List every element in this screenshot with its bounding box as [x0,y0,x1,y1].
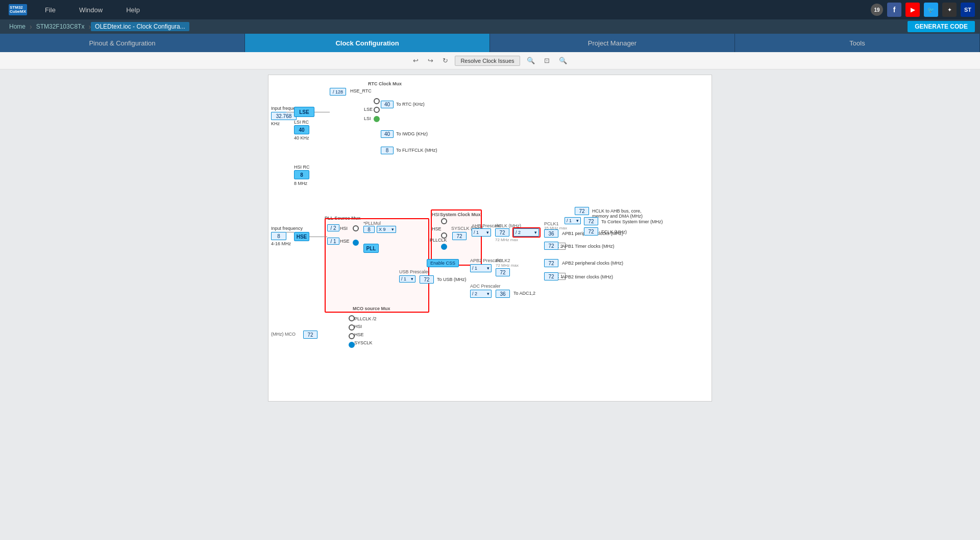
zoom-out-icon[interactable]: 🔍 [556,55,570,66]
usb-value[interactable]: 72 [420,275,434,284]
generate-code-button[interactable]: GENERATE CODE [908,21,975,32]
pll-hse-div1[interactable]: / 1 [327,238,339,245]
diagram-toolbar: ↩ ↪ ↻ Resolve Clock Issues 🔍 ⊡ 🔍 [0,52,980,69]
sys-radio-pll[interactable] [441,244,447,250]
top-bar: STM32CubeMX File Window Help 19 f ▶ 🐦 ✦ … [0,0,980,19]
apb1-timer-value[interactable]: 72 [544,242,558,250]
sysclk-value[interactable]: 72 [452,232,467,240]
redo-icon[interactable]: ↪ [425,55,436,66]
apb2-prescaler-select[interactable]: / 1▾ [470,264,492,272]
st-logo-icon[interactable]: ST [961,3,975,17]
rtc-clock-mux-label: RTC Clock Mux [368,81,402,86]
notification-icon[interactable]: 19 [871,4,883,16]
apb2-periph-label: APB2 peripheral clocks (MHz) [562,261,623,266]
hclk-ahb-value[interactable]: 72 [575,207,589,215]
mco-radio-sysclk[interactable] [349,342,355,348]
facebook-icon[interactable]: f [887,3,901,17]
to-flitf-label: To FLITFCLK (MHz) [396,148,437,153]
apb1-prescaler-select[interactable]: / 2▾ [513,228,539,237]
undo-icon[interactable]: ↩ [410,55,421,66]
to-rtc-label: To RTC (KHz) [396,102,425,107]
pclk2-label: PCLK2 [496,258,510,263]
cortex-timer-value[interactable]: 72 [584,217,598,225]
lsi-rc-label: LSI RC [294,120,309,125]
hclk-ahb-label: HCLK to AHB bus, core, memory and DMA (M… [592,208,643,219]
rtc-radio-hse[interactable] [374,98,380,104]
to-usb-label: To USB (MHz) [437,277,467,282]
tab-project-manager[interactable]: Project Manager [490,34,735,52]
breadcrumb-home[interactable]: Home [5,23,30,30]
youtube-icon[interactable]: ▶ [905,3,920,17]
pclk1-value[interactable]: 36 [544,229,558,238]
menu-help[interactable]: Help [122,4,144,16]
sys-radio-hsi[interactable] [441,218,447,224]
pll-mul-value[interactable]: 8 [363,226,375,233]
hse-freq-value[interactable]: 8 [271,232,286,240]
tab-bar: Pinout & Configuration Clock Configurati… [0,34,980,52]
cortex-timer-label: To Cortex System timer (MHz) [601,219,663,224]
lsi-block[interactable]: 40 [294,125,309,134]
mco-radio-hsi[interactable] [349,324,355,331]
tab-pinout[interactable]: Pinout & Configuration [0,34,245,52]
network-icon[interactable]: ✦ [942,3,957,17]
apb1-timer-label: APB1 Timer clocks (MHz) [562,244,615,249]
rtc-out-value[interactable]: 40 [381,101,394,108]
ahb-prescaler-select[interactable]: / 1▾ [472,228,491,237]
refresh-icon[interactable]: ↻ [440,55,451,66]
mco-sysclk-label: SYSCLK [354,340,373,345]
mco-radio-hse[interactable] [349,333,355,339]
hclk-max-label: 72 MHz max [495,238,518,242]
diagram-container[interactable]: RTC Clock Mux PLL Source Mux System Cloc… [0,69,980,540]
breadcrumb-device[interactable]: STM32F103C8Tx [32,23,89,30]
zoom-in-icon[interactable]: 🔍 [524,55,537,66]
pll-block[interactable]: PLL [363,244,379,253]
breadcrumb-file[interactable]: OLEDtext.ioc - Clock Configura... [91,22,189,31]
adc-prescaler-select[interactable]: / 2▾ [470,290,492,298]
tab-tools[interactable]: Tools [735,34,980,52]
breadcrumb-bar: Home › STM32F103C8Tx › OLEDtext.ioc - Cl… [0,19,980,34]
apb2-periph-value[interactable]: 72 [544,259,558,267]
mco-pllclk-label: PLLCLK /2 [354,316,377,321]
hsi-rc-label: HSI RC [294,165,310,170]
lse-freq-value[interactable]: 32.768 [271,112,297,120]
adc-value[interactable]: 36 [496,290,510,298]
cortex-div-select[interactable]: / 1▾ [565,217,581,224]
resolve-clock-issues-button[interactable]: Resolve Clock Issues [455,56,520,66]
twitter-icon[interactable]: 🐦 [924,3,938,17]
pll-radio-hsi[interactable] [353,225,359,231]
hse-block[interactable]: HSE [294,232,309,241]
tab-clock[interactable]: Clock Configuration [245,34,490,52]
to-adc-label: To ADC1,2 [513,291,535,296]
pll-radio-hse[interactable] [353,240,359,246]
fit-screen-icon[interactable]: ⊡ [542,55,552,66]
hse-range-label: 4-16 MHz [271,241,291,246]
mco-radio-pllclk[interactable] [349,315,355,321]
apb2-timer-value[interactable]: 72 [544,272,558,280]
rtc-radio-lsi[interactable] [374,116,380,122]
top-icons: 19 f ▶ 🐦 ✦ ST [871,3,975,17]
iwdg-value[interactable]: 40 [381,130,394,138]
enable-css-button[interactable]: Enable CSS [427,259,459,267]
menu-file[interactable]: File [41,4,60,16]
hse-div128-block[interactable]: / 128 [330,88,346,96]
lsi-label-mux: LSI [364,116,371,121]
mco-label: (MHz) MCO [271,332,296,337]
hsi-rc-block[interactable]: 8 [294,170,309,179]
menu-window[interactable]: Window [75,4,107,16]
usb-prescaler-label: USB Prescaler [399,269,429,274]
mco-value[interactable]: 72 [303,331,317,339]
rtc-radio-lse[interactable] [374,107,380,113]
hclk-value[interactable]: 72 [495,228,509,237]
pclk2-value[interactable]: 72 [496,268,510,276]
pll-mul-label: *PLLMul [363,221,381,226]
adc-prescaler-label: ADC Prescaler [470,284,501,289]
line-hse-input [286,232,294,232]
fclk-value[interactable]: 72 [584,227,598,236]
fclk-label: FCLK (MHz) [601,229,627,234]
line-lse-input [286,112,294,112]
pll-mul-select[interactable]: X 9▾ [377,226,396,233]
pll-hsi-div2[interactable]: / 2 [327,224,339,231]
usb-prescaler-select[interactable]: / 1▾ [399,275,415,283]
lse-block[interactable]: LSE [294,107,314,117]
flitf-value[interactable]: 8 [381,147,394,154]
